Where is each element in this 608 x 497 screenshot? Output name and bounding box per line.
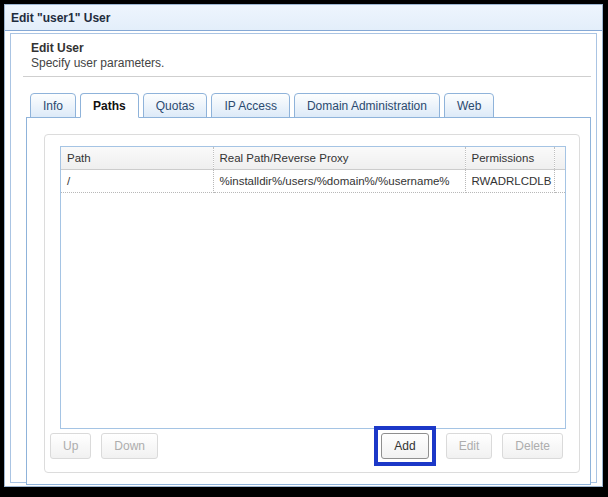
- tab-web[interactable]: Web: [444, 93, 494, 118]
- dialog-body: Edit User Specify user parameters. Info …: [10, 33, 597, 483]
- section-subtitle: Specify user parameters.: [31, 56, 596, 71]
- paths-tab-panel: Path Real Path/Reverse Proxy Permissions…: [26, 117, 591, 485]
- tab-info[interactable]: Info: [30, 93, 76, 118]
- paths-table-widget: Path Real Path/Reverse Proxy Permissions…: [44, 134, 580, 473]
- tab-paths-label: Paths: [93, 99, 126, 113]
- tab-ip-access-label: IP Access: [224, 99, 276, 113]
- tab-ip-access[interactable]: IP Access: [211, 93, 289, 118]
- column-header-permissions: Permissions: [465, 147, 554, 170]
- button-right-group: Add Edit Delete: [374, 426, 563, 466]
- tabstrip: Info Paths Quotas IP Access Domain Admin…: [30, 93, 591, 117]
- tab-domain-administration-label: Domain Administration: [307, 99, 427, 113]
- edit-button[interactable]: Edit: [446, 433, 493, 459]
- tab-web-label: Web: [457, 99, 481, 113]
- tab-paths[interactable]: Paths: [80, 93, 139, 118]
- cell-path: /: [61, 170, 213, 193]
- cell-permissions: RWADRLCDLB: [465, 170, 554, 193]
- tab-info-label: Info: [43, 99, 63, 113]
- column-header-path: Path: [61, 147, 213, 170]
- column-header-filler: [554, 147, 565, 170]
- tab-quotas-label: Quotas: [156, 99, 195, 113]
- column-header-real-path: Real Path/Reverse Proxy: [213, 147, 465, 170]
- add-button-highlight-annotation: Add: [374, 426, 435, 466]
- header-separator: [23, 76, 591, 77]
- section-header: Edit User Specify user parameters.: [11, 34, 596, 71]
- section-title: Edit User: [31, 41, 596, 56]
- dialog-window: Edit "user1" User Edit User Specify user…: [4, 4, 603, 487]
- tab-quotas[interactable]: Quotas: [143, 93, 208, 118]
- cell-real-path: %installdir%/users/%domain%/%username%: [213, 170, 465, 193]
- table-header-row: Path Real Path/Reverse Proxy Permissions: [61, 147, 565, 170]
- dialog-title: Edit "user1" User: [11, 11, 110, 25]
- up-button[interactable]: Up: [50, 433, 91, 459]
- dialog-titlebar: Edit "user1" User: [5, 5, 602, 31]
- tab-domain-administration[interactable]: Domain Administration: [294, 93, 440, 118]
- button-row: Up Down Add Edit Delete: [50, 426, 563, 466]
- paths-grid: Path Real Path/Reverse Proxy Permissions…: [60, 146, 566, 429]
- add-button[interactable]: Add: [381, 433, 428, 459]
- cell-filler: [554, 170, 565, 193]
- table-row[interactable]: / %installdir%/users/%domain%/%username%…: [61, 170, 565, 193]
- delete-button[interactable]: Delete: [502, 433, 563, 459]
- down-button[interactable]: Down: [101, 433, 158, 459]
